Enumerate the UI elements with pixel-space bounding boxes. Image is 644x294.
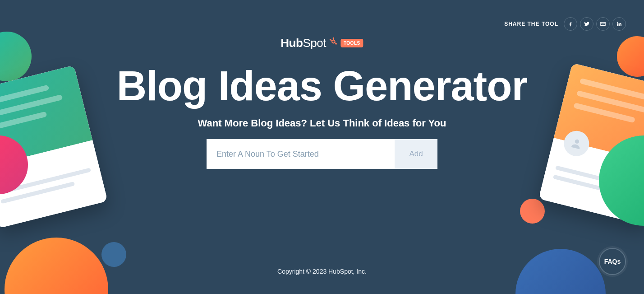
- twitter-icon[interactable]: [580, 17, 593, 31]
- logo-brand-bold: Hub: [281, 36, 303, 50]
- tools-badge: TOOLS: [340, 39, 363, 47]
- add-button[interactable]: Add: [395, 139, 437, 169]
- noun-input[interactable]: [207, 139, 395, 169]
- decor-circle: [5, 238, 108, 294]
- logo-brand-light: Spot: [303, 36, 326, 50]
- footer-copyright: Copyright © 2023 HubSpot, Inc.: [0, 268, 644, 275]
- svg-point-1: [575, 139, 580, 144]
- svg-point-3: [332, 37, 334, 39]
- page-title: Blog Ideas Generator: [0, 62, 644, 110]
- hubspot-logo: HubSpot TOOLS: [281, 36, 363, 50]
- linkedin-icon[interactable]: [612, 17, 626, 31]
- page-subtitle: Want More Blog Ideas? Let Us Think of Id…: [0, 117, 644, 129]
- faqs-label: FAQs: [604, 258, 621, 265]
- email-icon[interactable]: [596, 17, 610, 31]
- faqs-button[interactable]: FAQs: [599, 248, 626, 275]
- svg-point-4: [329, 39, 331, 41]
- decor-circle: [101, 242, 126, 267]
- share-label: SHARE THE TOOL: [504, 21, 558, 27]
- noun-form: Add: [207, 139, 437, 169]
- svg-line-8: [334, 42, 336, 43]
- facebook-icon[interactable]: [564, 17, 577, 31]
- share-bar: SHARE THE TOOL: [504, 17, 626, 31]
- sprocket-icon: [329, 37, 338, 46]
- decor-circle: [520, 199, 545, 224]
